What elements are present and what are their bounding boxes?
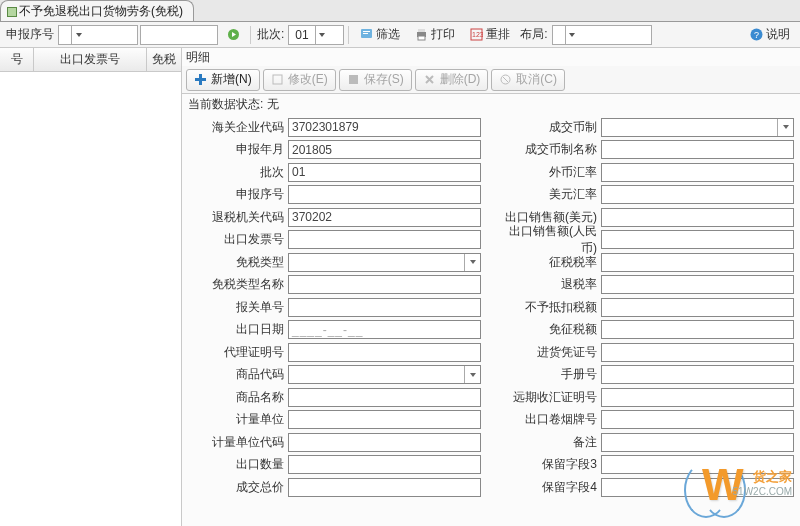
field-label: 免税类型名称	[188, 276, 288, 293]
field-exempt_name: 免税类型名称	[188, 274, 481, 297]
decl_no-input[interactable]	[288, 298, 481, 317]
field-label: 免征税额	[501, 321, 601, 338]
field-label: 成交币制名称	[501, 141, 601, 158]
cig_brand-input[interactable]	[601, 410, 794, 429]
seq-input[interactable]	[140, 25, 218, 45]
report_ym-input[interactable]: 201805	[288, 140, 481, 159]
refund_org-input[interactable]: 370202	[288, 208, 481, 227]
forward-icon	[226, 28, 240, 42]
svg-rect-14	[349, 75, 358, 84]
col-invoice[interactable]: 出口发票号	[34, 48, 147, 71]
edit-button[interactable]: 修改(E)	[263, 69, 336, 91]
manual_no-input[interactable]	[601, 365, 794, 384]
field-label: 备注	[501, 434, 601, 451]
customs_code-input[interactable]: 3702301879	[288, 118, 481, 137]
chevron-down-icon	[777, 119, 793, 136]
svg-rect-12	[195, 78, 206, 81]
delete-button[interactable]: 删除(D)	[415, 69, 489, 91]
svg-rect-2	[363, 31, 370, 32]
total_price-input[interactable]	[288, 478, 481, 497]
help-button[interactable]: ? 说明	[743, 25, 796, 45]
field-label: 出口发票号	[188, 231, 288, 248]
refund_rate-input[interactable]	[601, 275, 794, 294]
layout-dropdown[interactable]	[552, 25, 652, 45]
fx_rate-input[interactable]	[601, 163, 794, 182]
field-label: 不予抵扣税额	[501, 299, 601, 316]
exempt_name-input[interactable]	[288, 275, 481, 294]
form-right-column: 成交币制成交币制名称外币汇率美元汇率出口销售额(美元)出口销售额(人民币)征税税…	[501, 116, 794, 499]
add-button[interactable]: 新增(N)	[186, 69, 260, 91]
form-toolbar: 新增(N) 修改(E) 保存(S) 删除(D) 取消(C)	[182, 66, 800, 94]
sales_usd-input[interactable]	[601, 208, 794, 227]
field-cig_brand: 出口卷烟牌号	[501, 409, 794, 432]
field-label: 外币汇率	[501, 164, 601, 181]
currency_name-input[interactable]	[601, 140, 794, 159]
svg-rect-5	[418, 29, 425, 32]
status-value: 无	[267, 96, 279, 113]
unit-input[interactable]	[288, 410, 481, 429]
export_date-input[interactable]: ____-__-__	[288, 320, 481, 339]
exempt_type-dropdown[interactable]	[288, 253, 481, 272]
unit_code-input[interactable]	[288, 433, 481, 452]
batch-dropdown[interactable]: 01	[288, 25, 344, 45]
field-label: 出口日期	[188, 321, 288, 338]
field-purchase_cert: 进货凭证号	[501, 341, 794, 364]
purchase_cert-input[interactable]	[601, 343, 794, 362]
field-tax_rate: 征税税率	[501, 251, 794, 274]
field-currency: 成交币制	[501, 116, 794, 139]
sales_rmb-input[interactable]	[601, 230, 794, 249]
field-reserve4: 保留字段4	[501, 476, 794, 499]
currency-dropdown[interactable]	[601, 118, 794, 137]
col-exempt[interactable]: 免税	[147, 48, 181, 71]
export_invoice-input[interactable]	[288, 230, 481, 249]
tax_rate-input[interactable]	[601, 253, 794, 272]
agent_no-input[interactable]	[288, 343, 481, 362]
exempt_amount-input[interactable]	[601, 320, 794, 339]
col-seq[interactable]: 号	[0, 48, 34, 71]
left-panel: 号 出口发票号 免税	[0, 48, 182, 526]
field-label: 计量单位	[188, 411, 288, 428]
field-label: 出口数量	[188, 456, 288, 473]
goods_code-dropdown[interactable]	[288, 365, 481, 384]
field-decl_no: 报关单号	[188, 296, 481, 319]
nodeduct-input[interactable]	[601, 298, 794, 317]
field-remark: 备注	[501, 431, 794, 454]
cancel-button[interactable]: 取消(C)	[491, 69, 565, 91]
left-panel-header: 号 出口发票号 免税	[0, 48, 181, 72]
seq-input[interactable]	[288, 185, 481, 204]
field-fx_rate: 外币汇率	[501, 161, 794, 184]
chevron-down-icon	[565, 26, 579, 44]
workspace: 号 出口发票号 免税 明细 新增(N) 修改(E) 保存(S) 删除(D)	[0, 48, 800, 526]
go-button[interactable]	[220, 25, 246, 45]
svg-rect-13	[273, 75, 282, 84]
svg-text:?: ?	[754, 30, 759, 40]
field-label: 出口销售额(人民币)	[501, 223, 601, 257]
field-export_invoice: 出口发票号	[188, 229, 481, 252]
field-refund_rate: 退税率	[501, 274, 794, 297]
rearrange-icon: 123	[469, 28, 483, 42]
reserve4-input[interactable]	[601, 478, 794, 497]
goods_name-input[interactable]	[288, 388, 481, 407]
print-button[interactable]: 打印	[408, 25, 461, 45]
field-customs_code: 海关企业代码3702301879	[188, 116, 481, 139]
forward_cert-input[interactable]	[601, 388, 794, 407]
field-report_ym: 申报年月201805	[188, 139, 481, 162]
chevron-down-icon	[315, 26, 329, 44]
usd_rate-input[interactable]	[601, 185, 794, 204]
seq-type-dropdown[interactable]	[58, 25, 138, 45]
batch-input[interactable]: 01	[288, 163, 481, 182]
seq-label: 申报序号	[4, 26, 56, 43]
rearrange-button[interactable]: 123 重排	[463, 25, 516, 45]
tab-active[interactable]: 不予免退税出口货物劳务(免税)	[0, 0, 194, 21]
chevron-down-icon	[464, 254, 480, 271]
field-goods_code: 商品代码	[188, 364, 481, 387]
field-label: 海关企业代码	[188, 119, 288, 136]
filter-button[interactable]: 筛选	[353, 25, 406, 45]
save-button[interactable]: 保存(S)	[339, 69, 412, 91]
reserve3-input[interactable]	[601, 455, 794, 474]
export_qty-input[interactable]	[288, 455, 481, 474]
chevron-down-icon	[464, 366, 480, 383]
remark-input[interactable]	[601, 433, 794, 452]
field-export_date: 出口日期____-__-__	[188, 319, 481, 342]
field-label: 商品名称	[188, 389, 288, 406]
